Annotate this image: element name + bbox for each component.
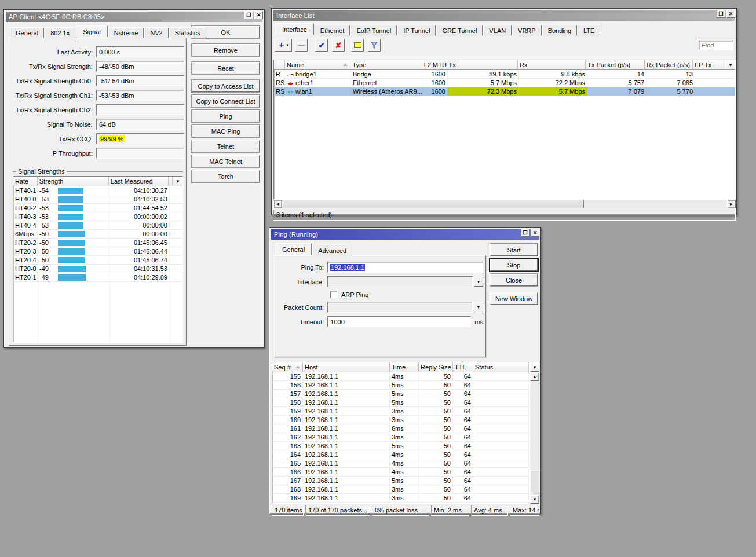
ping-vscrollbar[interactable]: ▲ ▼ (530, 372, 539, 504)
signal-row-ht40-4[interactable]: HT40-4-5300:00:00 (13, 221, 182, 230)
ap-tab-signal[interactable]: Signal (76, 25, 108, 38)
ping-col-ttl[interactable]: TTL (453, 362, 473, 372)
close-icon[interactable]: ✕ (531, 229, 539, 237)
chevron-down-icon[interactable]: ▼ (474, 277, 483, 287)
signal-row-ht20-3[interactable]: HT20-3-5001:45:06.44 (13, 247, 182, 256)
ping-row-162[interactable]: 162192.168.1.13ms5064 (272, 433, 529, 442)
interface-col-tx[interactable]: Tx (447, 60, 518, 69)
signal-row-ht20-2[interactable]: HT20-2-5001:45:06.45 (13, 239, 182, 247)
column-menu-icon[interactable]: ▼ (173, 177, 182, 186)
ping-row-161[interactable]: 161192.168.1.16ms5064 (272, 424, 529, 433)
interface-tab-interface[interactable]: Interface (275, 23, 314, 35)
restore-icon[interactable]: ❐ (244, 11, 253, 19)
ping-row-158[interactable]: 158192.168.1.15ms5064 (272, 398, 529, 407)
remove-icon[interactable]: — (295, 39, 308, 52)
mac-telnet-button[interactable]: MAC Telnet (192, 155, 260, 167)
interface-list-titlebar[interactable]: Interface List (273, 10, 735, 21)
interface-col-l2-mtu[interactable]: L2 MTU (422, 60, 447, 69)
interface-combo[interactable] (327, 276, 473, 287)
interface-tab-eoip-tunnel[interactable]: EoIP Tunnel (350, 25, 397, 36)
ping-col-host[interactable]: Host (303, 362, 390, 372)
tx-rx-signal-strength-ch2-value[interactable] (96, 104, 184, 115)
restore-icon[interactable]: ❐ (717, 10, 725, 18)
interface-hscrollbar[interactable]: ◄ ► (273, 200, 736, 208)
signal-col-rate[interactable]: Rate (13, 177, 38, 186)
ping-tab-advanced[interactable]: Advanced (312, 245, 352, 256)
ping-col-time[interactable]: Time (390, 362, 419, 372)
telnet-button[interactable]: Telnet (192, 140, 260, 152)
signal-row-ht20-4[interactable]: HT20-4-5001:45:06.74 (13, 256, 182, 265)
ping-row-166[interactable]: 166192.168.1.14ms5064 (272, 468, 529, 477)
vscroll-thumb[interactable] (530, 470, 539, 494)
interface-tab-vlan[interactable]: VLAN (483, 25, 512, 36)
signal-col-last-measured[interactable]: Last Measured (109, 177, 169, 186)
new-window-button[interactable]: New Window (490, 292, 538, 305)
interface-col-flags[interactable] (274, 60, 285, 69)
interface-col-tx-packet-p-s[interactable]: Tx Packet (p/s) (586, 60, 644, 69)
scroll-up-icon[interactable]: ▲ (530, 372, 539, 381)
ap-tab-general[interactable]: General (10, 27, 44, 38)
ap-client-titlebar[interactable]: AP Client <4C:5E:0C:DB:C8:05> (6, 12, 262, 22)
interface-row-bridge1[interactable]: R⌐¬bridge1Bridge160089.1 kbps9.8 kbps141… (274, 70, 735, 79)
filter-icon[interactable] (368, 39, 381, 52)
signal-to-noise-value[interactable]: 64 dB (96, 119, 184, 130)
start-button[interactable]: Start (490, 244, 538, 256)
signal-row-ht40-0[interactable]: HT40-0-5304:10:32.53 (13, 195, 182, 204)
ping-col-seq[interactable]: Seq # (272, 362, 303, 372)
ping-row-167[interactable]: 167192.168.1.15ms5064 (272, 477, 529, 485)
enable-icon[interactable]: ✔ (315, 39, 328, 52)
signal-row-ht40-2[interactable]: HT40-2-5301:44:54.52 (13, 204, 182, 212)
arp-ping-checkbox[interactable] (330, 291, 338, 298)
add-icon[interactable]: ＋▼ (275, 39, 292, 52)
interface-row-ether1[interactable]: RS◂▸ether1Ethernet16005.7 Mbps72.2 Mbps5… (274, 79, 735, 87)
disable-icon[interactable]: ✘ (332, 39, 345, 52)
interface-tab-bonding[interactable]: Bonding (542, 25, 577, 36)
copy-to-access-list-button[interactable]: Copy to Access List (192, 80, 260, 92)
ping-row-159[interactable]: 159192.168.1.13ms5064 (272, 407, 529, 416)
torch-button[interactable]: Torch (192, 170, 260, 182)
signal-row-ht20-0[interactable]: HT20-0-4904:10:31.53 (13, 265, 182, 273)
ping-column-menu-icon[interactable]: ▼ (530, 362, 539, 372)
ping-titlebar[interactable]: Ping (Running) (271, 229, 539, 240)
comment-icon[interactable] (351, 39, 364, 52)
find-input[interactable] (699, 41, 733, 50)
interface-col-rx[interactable]: Rx (518, 60, 586, 69)
copy-to-connect-list-button[interactable]: Copy to Connect List (192, 95, 260, 107)
ap-tab-nstreme[interactable]: Nstreme (108, 27, 144, 38)
tx-rx-signal-strength-ch1-value[interactable]: -53/-53 dBm (96, 90, 184, 101)
last-activity-value[interactable]: 0.000 s (96, 46, 184, 57)
timeout-input[interactable]: 1000 (327, 316, 471, 327)
mac-ping-button[interactable]: MAC Ping (192, 125, 260, 137)
close-button[interactable]: Close (490, 274, 538, 286)
scroll-left-icon[interactable]: ◄ (273, 200, 282, 208)
reset-button[interactable]: Reset (192, 62, 260, 74)
interface-col-rx-packet-p-s[interactable]: Rx Packet (p/s) (645, 60, 693, 69)
ping-row-155[interactable]: 155192.168.1.14ms5064 (272, 372, 529, 381)
close-icon[interactable]: ✕ (726, 10, 735, 18)
ping-tab-general[interactable]: General (275, 243, 312, 255)
scroll-down-icon[interactable]: ▼ (530, 495, 539, 504)
interface-col-name[interactable]: Name (285, 60, 350, 69)
signal-row-6mbps[interactable]: 6Mbps-5000:00:00 (13, 230, 182, 239)
interface-col-type[interactable]: Type (350, 60, 422, 69)
ping-row-157[interactable]: 157192.168.1.15ms5064 (272, 390, 529, 398)
close-icon[interactable]: ✕ (254, 11, 263, 19)
ping-row-169[interactable]: 169192.168.1.13ms5064 (272, 494, 529, 503)
interface-col-fp-tx[interactable]: FP Tx (693, 60, 725, 69)
interface-tab-vrrp[interactable]: VRRP (512, 25, 542, 36)
ap-tab-802-1x[interactable]: 802.1x (45, 27, 75, 38)
signal-row-ht40-1[interactable]: HT40-1-5404:10:30.27 (13, 186, 182, 195)
chevron-down-icon[interactable]: ▼ (474, 302, 483, 312)
column-menu-icon[interactable]: ▼ (725, 60, 735, 69)
ping-row-165[interactable]: 165192.168.1.14ms5064 (272, 459, 529, 468)
ping-row-164[interactable]: 164192.168.1.14ms5064 (272, 450, 529, 459)
ping-row-156[interactable]: 156192.168.1.15ms5064 (272, 381, 529, 390)
tx-rx-signal-strength-ch0-value[interactable]: -51/-54 dBm (96, 75, 184, 86)
tx-rx-ccq-value[interactable]: 99/99 % (96, 133, 184, 144)
interface-row-wlan1[interactable]: RS«»wlan1Wireless (Atheros AR9...160072.… (274, 87, 735, 96)
ping-row-168[interactable]: 168192.168.1.13ms5064 (272, 485, 529, 494)
ping-col-reply-size[interactable]: Reply Size (419, 362, 453, 372)
signal-row-ht20-1[interactable]: HT20-1-4904:10:29.89 (13, 273, 182, 282)
ap-tab-nv2[interactable]: NV2 (144, 27, 168, 38)
signal-row-ht40-3[interactable]: HT40-3-5300:00:00.02 (13, 212, 182, 221)
